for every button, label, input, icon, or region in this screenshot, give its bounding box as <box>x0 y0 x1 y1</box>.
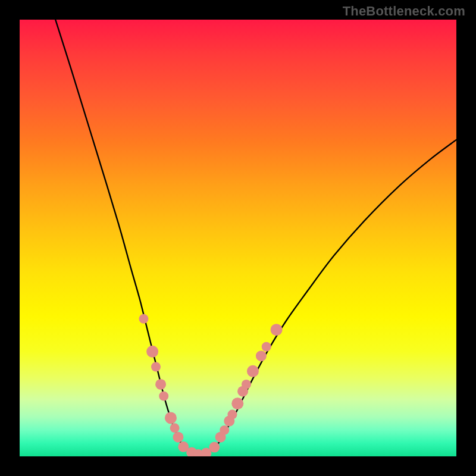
data-marker <box>209 442 220 453</box>
bottleneck-curve <box>55 20 456 454</box>
data-marker <box>256 350 267 361</box>
data-marker <box>170 423 180 433</box>
data-marker <box>165 412 177 424</box>
data-marker <box>151 362 161 372</box>
data-marker <box>173 432 183 443</box>
data-marker <box>220 425 229 435</box>
data-marker <box>242 380 251 389</box>
watermark-text: TheBottleneck.com <box>343 4 465 19</box>
data-marker <box>227 410 237 419</box>
data-marker <box>139 314 148 324</box>
data-marker <box>271 324 283 336</box>
data-marker <box>146 346 158 358</box>
chart-frame: TheBottleneck.com <box>0 0 476 476</box>
data-marker <box>247 365 259 377</box>
data-marker <box>262 342 271 352</box>
chart-svg <box>20 20 456 456</box>
data-marker <box>231 397 243 409</box>
data-marker <box>159 392 168 401</box>
data-marker <box>155 379 166 390</box>
